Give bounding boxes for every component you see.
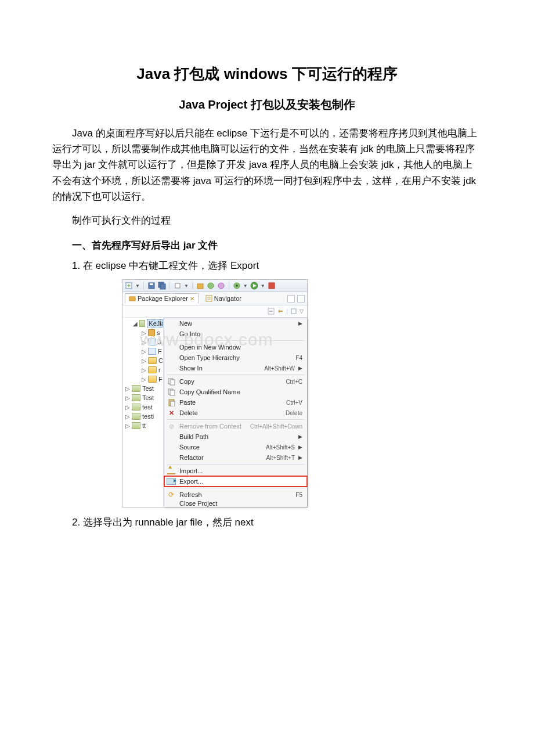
tab-pin-icon[interactable]: ✕ (190, 296, 194, 302)
export-icon (167, 477, 176, 485)
svg-rect-26 (170, 390, 175, 395)
blank-icon (167, 354, 176, 362)
menu-label: Refresh (179, 491, 292, 498)
remove-context-icon: ⊘ (167, 422, 176, 430)
menu-label: Paste (179, 399, 283, 406)
toolbar-dropdown-icon[interactable]: ▼ (184, 283, 189, 289)
menu-go-into[interactable]: Go Into (164, 329, 307, 339)
blank-icon (167, 330, 176, 338)
menu-open-new-window[interactable]: Open in New Window (164, 342, 307, 352)
tree-label: J (158, 339, 161, 345)
step-2: 2. 选择导出为 runnable jar file，然后 next (52, 516, 482, 529)
tab-package-explorer[interactable]: Package Explorer ✕ (125, 293, 199, 304)
expand-toggle-icon[interactable]: ▷ (141, 348, 146, 355)
menu-close-project[interactable]: Close Project (164, 500, 307, 507)
menu-open-type-hierarchy[interactable]: Open Type Hierarchy F4 (164, 352, 307, 363)
menu-shortcut: Alt+Shift+S (266, 444, 295, 451)
toolbar-dropdown-icon[interactable]: ▼ (243, 283, 248, 289)
expand-toggle-icon[interactable]: ▷ (141, 358, 146, 364)
svg-rect-28 (171, 401, 175, 406)
toolbar-package-icon[interactable] (196, 282, 204, 290)
tree-label: C (158, 357, 163, 364)
page-title: Java 打包成 windows 下可运行的程序 (52, 64, 482, 84)
toolbar-run-icon[interactable] (250, 282, 258, 290)
tree-project[interactable]: ▷tt (122, 421, 163, 430)
toolbar-new-icon[interactable] (125, 282, 133, 290)
menu-copy[interactable]: Copy Ctrl+C (164, 376, 307, 387)
menu-show-in[interactable]: Show In Alt+Shift+W ▶ (164, 363, 307, 373)
menu-shortcut: Ctrl+C (286, 379, 302, 385)
toolbar-dropdown-icon[interactable]: ▼ (261, 283, 265, 289)
toolbar-build-icon[interactable] (174, 282, 182, 290)
minimize-view-icon[interactable] (287, 295, 295, 303)
tree-label: r (158, 366, 161, 373)
paragraph-process: 制作可执行文件的过程 (52, 213, 482, 228)
tree-node[interactable]: ▷s (122, 328, 163, 337)
menu-build-path[interactable]: Build Path ▶ (164, 431, 307, 442)
collapse-all-icon[interactable] (268, 308, 275, 315)
tree-project[interactable]: ▷Test (122, 384, 163, 393)
lib-icon (148, 348, 156, 355)
tree-project[interactable]: ▷test (122, 402, 163, 412)
expand-toggle-icon[interactable]: ▷ (141, 376, 146, 383)
filters-icon[interactable] (290, 308, 297, 315)
paragraph-intro: Java 的桌面程序写好以后只能在 eclipse 下运行是不可以的，还需要将程… (52, 125, 482, 204)
svg-rect-6 (160, 284, 165, 289)
toolbar-external-icon[interactable] (268, 282, 276, 290)
copy-qualified-icon (167, 388, 176, 396)
menu-refresh[interactable]: ⟳ Refresh F5 (164, 489, 307, 500)
navigator-icon (205, 295, 212, 302)
menu-separator (167, 375, 305, 375)
toolbar-type-icon[interactable] (217, 282, 225, 290)
tree-project[interactable]: ▷Test (122, 393, 163, 402)
toolbar-save-icon[interactable] (147, 282, 156, 290)
expand-toggle-icon[interactable]: ▷ (141, 339, 146, 345)
toolbar-dropdown-icon[interactable]: ▼ (135, 283, 140, 289)
blank-icon (167, 364, 176, 372)
tree-label: Test (142, 394, 154, 401)
toolbar-class-icon[interactable] (207, 282, 215, 290)
menu-export[interactable]: Export... (164, 476, 307, 487)
menu-new[interactable]: New ▶ (164, 318, 307, 329)
svg-rect-8 (197, 284, 203, 289)
jre-icon (148, 339, 156, 345)
tree-node[interactable]: ▷F (122, 347, 163, 356)
folder-icon (148, 376, 157, 383)
tree-project[interactable]: ▷testi (122, 412, 163, 421)
menu-refactor[interactable]: Refactor Alt+Shift+T ▶ (164, 452, 307, 463)
menu-source[interactable]: Source Alt+Shift+S ▶ (164, 442, 307, 452)
maximize-view-icon[interactable] (297, 295, 305, 303)
view-menu-icon[interactable]: ▽ (300, 308, 304, 314)
expand-toggle-icon[interactable]: ▷ (125, 423, 130, 429)
tree-label: testi (142, 413, 154, 420)
tree-node[interactable]: ▷J (122, 337, 163, 347)
submenu-arrow-icon: ▶ (298, 455, 302, 460)
menu-label: Copy (179, 378, 282, 385)
tree-node[interactable]: ▷C (122, 356, 163, 365)
expand-toggle-icon[interactable]: ▷ (141, 367, 146, 373)
tree-label: Test (142, 385, 154, 392)
menu-copy-qualified[interactable]: Copy Qualified Name (164, 387, 307, 397)
menu-label: New (179, 320, 295, 327)
tree-project-root[interactable]: ◢ KeJian (122, 319, 163, 328)
expand-toggle-icon[interactable]: ▷ (141, 330, 146, 336)
expand-toggle-icon[interactable]: ▷ (125, 386, 130, 392)
tab-navigator[interactable]: Navigator (202, 294, 245, 303)
toolbar-save-all-icon[interactable] (158, 282, 166, 290)
svg-point-9 (208, 283, 214, 289)
tree-node[interactable]: ▷F (122, 375, 163, 384)
tree-node[interactable]: ▷r (122, 365, 163, 375)
menu-shortcut: Ctrl+Alt+Shift+Down (250, 423, 302, 430)
expand-toggle-icon[interactable]: ▷ (125, 413, 130, 420)
link-editor-icon[interactable] (277, 308, 284, 315)
expand-toggle-icon[interactable]: ▷ (125, 395, 130, 401)
expand-toggle-icon[interactable]: ▷ (125, 404, 130, 411)
toolbar-debug-icon[interactable] (233, 282, 241, 290)
expand-toggle-icon[interactable]: ◢ (133, 321, 138, 327)
menu-delete[interactable]: ✕ Delete Delete (164, 408, 307, 418)
folder-icon (148, 357, 157, 364)
menu-import[interactable]: Import... (164, 466, 307, 476)
submenu-arrow-icon: ▶ (298, 365, 302, 371)
menu-paste[interactable]: Paste Ctrl+V (164, 397, 307, 408)
svg-rect-4 (150, 283, 153, 285)
